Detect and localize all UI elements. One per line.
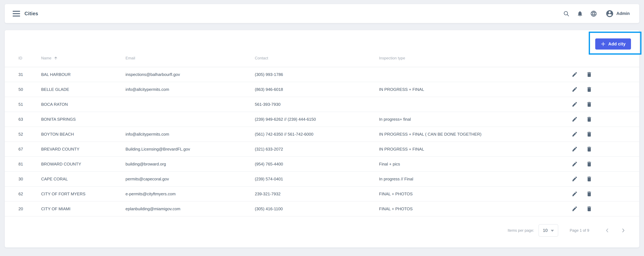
cell-inspection-type: IN PROGRESS + FINAL ( CAN BE DONE TOGETH…: [379, 127, 572, 142]
cell-inspection-type: In progress+ final: [379, 112, 572, 127]
column-header-contact[interactable]: Contact: [255, 49, 379, 67]
delete-trash-icon[interactable]: [586, 131, 592, 138]
previous-page-button[interactable]: [604, 227, 611, 234]
cell-email: eplanbuilding@miamigov.com: [125, 201, 255, 216]
cell-inspection-type: [379, 67, 572, 82]
cell-inspection-type: [379, 97, 572, 112]
table-row: 30 CAPE CORAL permits@capecoral.gov (239…: [5, 172, 639, 186]
cell-email: building@broward.org: [125, 156, 255, 172]
cell-name: BELLE GLADE: [41, 82, 125, 97]
edit-pencil-icon[interactable]: [572, 116, 578, 122]
edit-pencil-icon[interactable]: [572, 71, 578, 78]
next-page-button[interactable]: [620, 227, 627, 234]
select-caret-icon: [551, 230, 554, 232]
add-city-label: Add city: [608, 42, 626, 46]
plus-icon: [601, 42, 606, 46]
delete-trash-icon[interactable]: [586, 116, 592, 122]
cell-contact: (863) 946-6018: [255, 82, 379, 97]
cell-name: BOYTON BEACH: [41, 127, 125, 142]
edit-pencil-icon[interactable]: [572, 190, 578, 197]
edit-pencil-icon[interactable]: [572, 101, 578, 108]
items-per-page-label: Items per page:: [508, 228, 534, 233]
edit-pencil-icon[interactable]: [572, 206, 578, 212]
table-row: 20 CITY OF MIAMI eplanbuilding@miamigov.…: [5, 201, 639, 216]
cell-contact: (561) 742-6350 // 561-742-6000: [255, 127, 379, 142]
cell-inspection-type: FINAL + PHOTOS: [379, 201, 572, 216]
cell-id: 30: [5, 172, 41, 186]
delete-trash-icon[interactable]: [586, 86, 592, 93]
cell-id: 81: [5, 156, 41, 172]
cell-email: info@allcitypermits.com: [125, 82, 255, 97]
top-app-bar: Cities Admin: [5, 4, 639, 23]
table-header-row: ID Name Email Contact Inspection type: [5, 49, 639, 67]
delete-trash-icon[interactable]: [586, 71, 592, 78]
cell-id: 50: [5, 82, 41, 97]
cell-id: 67: [5, 142, 41, 156]
table-row: 67 BREVARD COUNTY Building.Licensing@Bre…: [5, 142, 639, 156]
delete-trash-icon[interactable]: [586, 101, 592, 108]
cell-name: CAPE CORAL: [41, 172, 125, 186]
delete-trash-icon[interactable]: [586, 190, 592, 197]
cell-name: BROWARD COUNTY: [41, 156, 125, 172]
cell-email: [125, 97, 255, 112]
column-header-id[interactable]: ID: [5, 49, 41, 67]
delete-trash-icon[interactable]: [586, 176, 592, 182]
edit-pencil-icon[interactable]: [572, 131, 578, 138]
cell-id: 31: [5, 67, 41, 82]
table-row: 63 BONITA SPRINGS (239) 949-6262 // (239…: [5, 112, 639, 127]
page-status: Page 1 of 9: [570, 228, 589, 233]
table-row: 52 BOYTON BEACH info@allcitypermits.com …: [5, 127, 639, 142]
cell-email: inspections@balharbourfl.gov: [125, 67, 255, 82]
table-pagination: Items per page: 10 Page 1 of 9: [5, 216, 639, 244]
cell-contact: (239) 949-6262 // (239) 444-6150: [255, 112, 379, 127]
sort-ascending-icon: [54, 56, 58, 60]
column-header-email[interactable]: Email: [125, 49, 255, 67]
edit-pencil-icon[interactable]: [572, 176, 578, 182]
cell-contact: (305) 416-1100: [255, 201, 379, 216]
edit-pencil-icon[interactable]: [572, 146, 578, 152]
cell-contact: 239-321-7932: [255, 186, 379, 201]
items-per-page-select[interactable]: 10: [538, 224, 558, 237]
cell-id: 52: [5, 127, 41, 142]
cell-contact: (239) 574-0401: [255, 172, 379, 186]
add-city-button[interactable]: Add city: [595, 38, 631, 50]
column-header-actions: [572, 49, 639, 67]
cell-inspection-type: In progress // Final: [379, 172, 572, 186]
cell-name: BONITA SPRINGS: [41, 112, 125, 127]
cell-id: 20: [5, 201, 41, 216]
column-header-name[interactable]: Name: [41, 49, 125, 67]
cell-contact: (954) 765-4400: [255, 156, 379, 172]
delete-trash-icon[interactable]: [586, 146, 592, 152]
cell-email: permits@capecoral.gov: [125, 172, 255, 186]
cities-table: ID Name Email Contact Inspection type: [5, 49, 639, 216]
cell-email: e-permits@cityftmyers.com: [125, 186, 255, 201]
user-menu[interactable]: Admin: [606, 10, 630, 18]
cell-email: info@allcitypermits.com: [125, 127, 255, 142]
cities-card: Add city ID Name: [5, 30, 639, 248]
cell-inspection-type: IN PROGRESS + FINAL: [379, 142, 572, 156]
items-per-page-value: 10: [543, 228, 548, 233]
edit-pencil-icon[interactable]: [572, 86, 578, 93]
edit-pencil-icon[interactable]: [572, 161, 578, 168]
cell-contact: (305) 993-1786: [255, 67, 379, 82]
cell-contact: 561-393-7930: [255, 97, 379, 112]
cell-contact: (321) 633-2072: [255, 142, 379, 156]
delete-trash-icon[interactable]: [586, 206, 592, 212]
cell-name: BAL HARBOUR: [41, 67, 125, 82]
cell-email: [125, 112, 255, 127]
page-title: Cities: [24, 11, 38, 16]
table-row: 62 CITY OF FORT MYERS e-permits@cityftmy…: [5, 186, 639, 201]
notifications-bell-icon[interactable]: [576, 10, 584, 17]
avatar-icon: [606, 10, 614, 18]
cell-email: Building.Licensing@BrevardFL.gov: [125, 142, 255, 156]
cell-id: 63: [5, 112, 41, 127]
language-globe-icon[interactable]: [590, 10, 597, 17]
column-header-inspection-type[interactable]: Inspection type: [379, 49, 572, 67]
cell-name: CITY OF MIAMI: [41, 201, 125, 216]
menu-icon[interactable]: [13, 11, 20, 16]
delete-trash-icon[interactable]: [586, 161, 592, 168]
chevron-left-icon: [604, 228, 610, 233]
cell-id: 51: [5, 97, 41, 112]
search-icon[interactable]: [563, 10, 570, 17]
cell-name: BOCA RATON: [41, 97, 125, 112]
